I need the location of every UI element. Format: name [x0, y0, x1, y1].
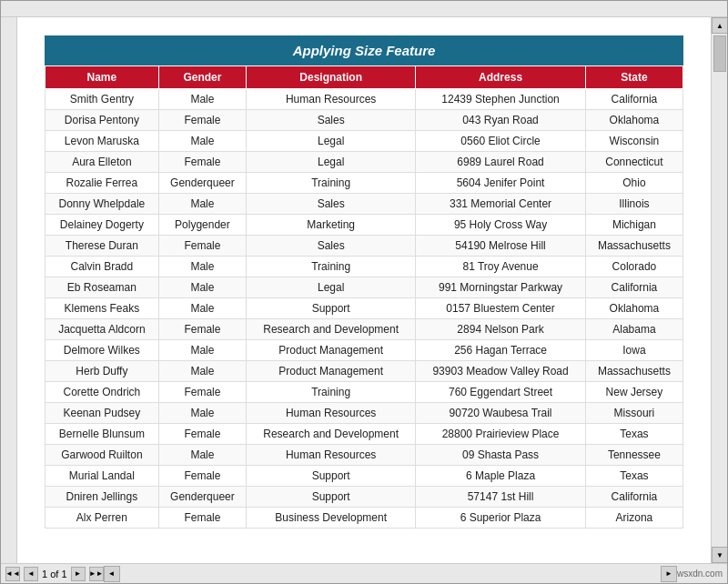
table-cell: Dniren Jellings [46, 487, 159, 508]
table-cell: 256 Hagan Terrace [416, 340, 586, 361]
table-cell: Female [158, 236, 246, 257]
table-cell: Sales [247, 194, 416, 215]
table-cell: Marketing [247, 215, 416, 236]
table-cell: California [585, 277, 682, 298]
table-cell: Research and Development [247, 319, 416, 340]
next-page-button[interactable]: ► [71, 567, 86, 581]
table-cell: 6 Superior Plaza [416, 508, 586, 529]
table-cell: 0157 Bluestem Center [416, 298, 586, 319]
table-cell: Product Management [247, 361, 416, 382]
table-cell: Wisconsin [585, 131, 682, 152]
table-cell: Legal [247, 131, 416, 152]
watermark: wsxdn.com [677, 569, 723, 579]
table-cell: Arizona [585, 508, 682, 529]
page-of-label: of [50, 569, 61, 579]
table-cell: Male [158, 89, 246, 110]
bottom-scrollbar[interactable]: ◄ ► [104, 566, 677, 582]
table-row: Smith GentryMaleHuman Resources12439 Ste… [46, 89, 683, 110]
table-cell: 2894 Nelson Park [416, 319, 586, 340]
table-cell: Murial Landal [46, 466, 159, 487]
col-state: State [585, 66, 682, 89]
table-cell: Male [158, 277, 246, 298]
table-cell: Male [158, 257, 246, 277]
table-cell: Oklahoma [585, 298, 682, 319]
table-cell: 760 Eggendart Street [416, 382, 586, 403]
table-cell: Iowa [585, 340, 682, 361]
table-cell: Legal [247, 152, 416, 173]
table-cell: 90720 Waubesa Trail [416, 403, 586, 424]
table-row: Herb DuffyMaleProduct Management93903 Me… [46, 361, 683, 382]
table-cell: 95 Holy Cross Way [416, 215, 586, 236]
total-pages: 1 [61, 569, 66, 579]
table-cell: 57147 1st Hill [416, 487, 586, 508]
table-cell: 331 Memorial Center [416, 194, 586, 215]
scrollbar-thumb[interactable] [713, 35, 726, 72]
table-cell: Research and Development [247, 424, 416, 445]
table-cell: 0560 Eliot Circle [416, 131, 586, 152]
document-title: Applying Size Feature [45, 35, 683, 65]
table-cell: Bernelle Blunsum [46, 424, 159, 445]
table-cell: Levon Maruska [46, 131, 159, 152]
table-cell: Donny Whelpdale [46, 194, 159, 215]
table-cell: Corette Ondrich [46, 382, 159, 403]
table-cell: Alx Perren [46, 508, 159, 529]
table-cell: Therese Duran [46, 236, 159, 257]
bottom-bar: ◄◄ ◄ 1 of 1 ► ►► ◄ ► wsxdn.com [1, 563, 727, 583]
first-page-button[interactable]: ◄◄ [5, 567, 20, 581]
table-cell: Massachusetts [585, 236, 682, 257]
table-cell: Tennessee [585, 445, 682, 466]
table-cell: Klemens Feaks [46, 298, 159, 319]
table-cell: Male [158, 340, 246, 361]
table-cell: California [585, 89, 682, 110]
scroll-right-button[interactable]: ► [661, 566, 677, 582]
col-name: Name [46, 66, 159, 89]
table-header: Name Gender Designation Address State [46, 66, 683, 89]
table-cell: Alabama [585, 319, 682, 340]
table-cell: Male [158, 131, 246, 152]
table-row: Therese DuranFemaleSales54190 Melrose Hi… [46, 236, 683, 257]
table-cell: Sales [247, 236, 416, 257]
table-cell: Connecticut [585, 152, 682, 173]
table-row: Jacquetta AldcornFemaleResearch and Deve… [46, 319, 683, 340]
table-cell: Human Resources [247, 403, 416, 424]
table-row: Alx PerrenFemaleBusiness Development6 Su… [46, 508, 683, 529]
table-cell: Female [158, 382, 246, 403]
table-cell: 043 Ryan Road [416, 110, 586, 131]
table-row: Murial LandalFemaleSupport6 Maple PlazaT… [46, 466, 683, 487]
table-cell: 54190 Melrose Hill [416, 236, 586, 257]
table-cell: California [585, 487, 682, 508]
table-cell: Texas [585, 466, 682, 487]
last-page-button[interactable]: ►► [89, 567, 104, 581]
table-cell: Support [247, 487, 416, 508]
scroll-left-button[interactable]: ◄ [104, 566, 120, 582]
data-table: Name Gender Designation Address State Sm… [45, 65, 683, 529]
scroll-up-button[interactable]: ▲ [712, 17, 727, 34]
table-cell: Human Resources [247, 445, 416, 466]
table-cell: Dorisa Pentony [46, 110, 159, 131]
table-cell: Massachusetts [585, 361, 682, 382]
table-cell: 6989 Laurel Road [416, 152, 586, 173]
table-cell: Male [158, 445, 246, 466]
table-cell: Female [158, 152, 246, 173]
app-window: Applying Size Feature Name Gender Design… [0, 0, 728, 584]
table-row: Delainey DogertyPolygenderMarketing95 Ho… [46, 215, 683, 236]
table-cell: Smith Gentry [46, 89, 159, 110]
table-cell: Female [158, 424, 246, 445]
table-cell: Keenan Pudsey [46, 403, 159, 424]
table-row: Eb RoseamanMaleLegal991 Morningstar Park… [46, 277, 683, 298]
page-indicator: 1 of 1 [42, 569, 67, 579]
right-scrollbar[interactable]: ▲ ▼ [711, 17, 727, 563]
table-cell: Male [158, 194, 246, 215]
main-content: Applying Size Feature Name Gender Design… [17, 17, 711, 563]
table-cell: 93903 Meadow Valley Road [416, 361, 586, 382]
current-page: 1 [42, 569, 47, 579]
table-cell: Delainey Dogerty [46, 215, 159, 236]
table-cell: 991 Morningstar Parkway [416, 277, 586, 298]
table-cell: Female [158, 110, 246, 131]
table-cell: Aura Elleton [46, 152, 159, 173]
prev-page-button[interactable]: ◄ [24, 567, 38, 581]
table-row: Keenan PudseyMaleHuman Resources90720 Wa… [46, 403, 683, 424]
scroll-down-button[interactable]: ▼ [712, 547, 727, 563]
table-cell: Female [158, 466, 246, 487]
table-row: Aura ElletonFemaleLegal6989 Laurel RoadC… [46, 152, 683, 173]
